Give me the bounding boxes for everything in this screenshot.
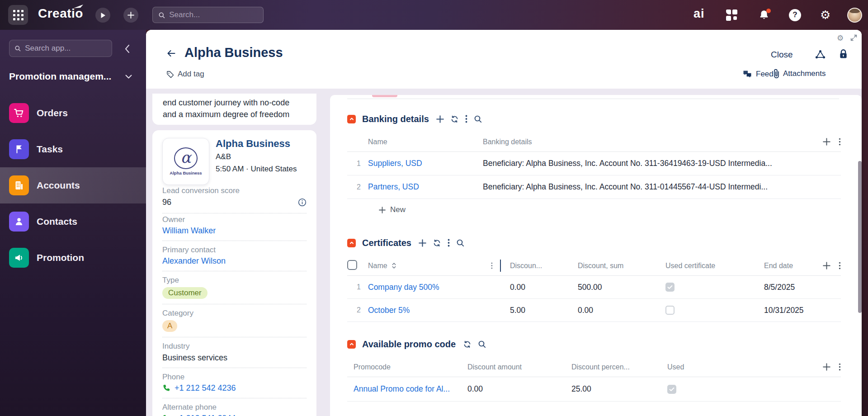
table-row[interactable]: 1 Suppliers, USD Beneficiary: Alpha Busi… <box>347 152 841 175</box>
close-button[interactable]: Close <box>771 50 793 60</box>
kebab-menu-icon[interactable] <box>839 262 841 269</box>
record-link[interactable]: Annual Promo code for Al... <box>354 384 450 393</box>
creatio-arrow-icon <box>73 4 85 10</box>
phone-icon[interactable] <box>162 384 170 392</box>
plus-icon <box>127 12 134 19</box>
kebab-menu-icon[interactable] <box>491 262 493 269</box>
user-menu-button[interactable] <box>847 0 862 30</box>
workspace-selector[interactable]: Promotion managem... <box>9 71 132 82</box>
column-header[interactable]: Discount amount <box>458 363 562 371</box>
global-search-input[interactable] <box>169 10 258 19</box>
type-field: Type Customer <box>162 271 307 304</box>
vertical-scrollbar[interactable] <box>858 161 862 313</box>
record-body: end customer journey with no-code and a … <box>146 89 862 416</box>
column-header[interactable]: Used <box>658 363 749 371</box>
column-header[interactable]: Name <box>363 138 474 146</box>
sidebar-item-promotion[interactable]: Promotion <box>0 240 146 276</box>
kebab-menu-icon[interactable] <box>465 115 467 123</box>
used-certificate-checkbox[interactable] <box>665 306 675 315</box>
ai-logo[interactable]: ai <box>693 7 705 21</box>
collapse-section-button[interactable] <box>347 115 356 123</box>
phone-link[interactable]: +1 212 542 4236 <box>175 383 236 393</box>
primary-contact-link[interactable]: Alexander Wilson <box>162 256 226 266</box>
avatar <box>847 8 862 23</box>
flag-icon <box>9 139 29 159</box>
add-new-button[interactable] <box>123 8 138 23</box>
column-header[interactable]: Discount, sum <box>569 262 652 270</box>
add-tag-button[interactable]: Add tag <box>166 70 204 79</box>
kebab-menu-icon[interactable] <box>839 363 841 371</box>
table-row[interactable]: 2 October 5% 5.00 0.00 10/31/2025 <box>347 299 841 322</box>
column-header[interactable]: Discoun... <box>501 262 569 270</box>
table-row[interactable]: Annual Promo code for Al... 0.00 25.00 <box>347 377 841 402</box>
sidebar-item-accounts[interactable]: Accounts <box>0 167 146 203</box>
table-row[interactable]: 2 Partners, USD Beneficiary: Alpha Busin… <box>347 175 841 199</box>
sidebar-collapse-button[interactable] <box>121 43 133 55</box>
notifications-button[interactable] <box>759 0 769 30</box>
kebab-menu-icon[interactable] <box>839 138 841 146</box>
discount-sum-cell: 0.00 <box>569 306 652 315</box>
owner-link[interactable]: William Walker <box>162 226 216 236</box>
collapse-section-button[interactable] <box>347 239 356 247</box>
search-icon[interactable] <box>474 115 482 123</box>
select-all-checkbox[interactable] <box>347 260 357 270</box>
add-record-button[interactable] <box>436 115 444 123</box>
column-header[interactable]: Banking details <box>474 138 809 146</box>
table-row[interactable]: 1 Company day 500% 0.00 500.00 8/5/2025 <box>347 276 841 299</box>
creatio-logo[interactable]: Creatio <box>38 6 83 21</box>
banking-details-cell: Beneficiary: Alpha Business, Inc. Accoun… <box>474 159 809 168</box>
feed-button[interactable]: Feed <box>743 70 774 79</box>
page-settings-gear-icon[interactable]: ⚙ <box>837 33 844 43</box>
run-process-button[interactable] <box>95 8 110 23</box>
help-button[interactable]: ? <box>789 0 801 30</box>
global-search[interactable] <box>152 7 264 23</box>
feed-icon <box>743 70 752 78</box>
section-title: Certificates <box>362 238 411 248</box>
copilot-button[interactable] <box>726 0 737 30</box>
info-icon[interactable] <box>298 198 307 207</box>
record-link[interactable]: October 5% <box>368 306 410 315</box>
sidebar-item-orders[interactable]: Orders <box>0 95 146 131</box>
record-link[interactable]: Company day 500% <box>368 283 439 292</box>
used-certificate-checkbox[interactable] <box>665 283 675 292</box>
attachments-button[interactable]: Attachments <box>774 69 826 79</box>
add-column-icon[interactable] <box>823 262 830 269</box>
record-link[interactable]: Partners, USD <box>368 182 419 191</box>
search-icon[interactable] <box>478 340 486 348</box>
column-header[interactable]: Discount percen... <box>562 363 658 371</box>
kebab-menu-icon[interactable] <box>448 239 450 247</box>
add-column-icon[interactable] <box>823 363 830 371</box>
account-logo[interactable]: α Alpha Business <box>162 138 209 185</box>
column-header[interactable]: End date <box>742 262 819 270</box>
alt-phone-link[interactable]: +1 212 541 2944 <box>175 414 236 416</box>
add-record-button[interactable] <box>419 239 426 247</box>
used-checkbox[interactable] <box>667 385 676 394</box>
search-icon[interactable] <box>456 239 464 247</box>
add-column-icon[interactable] <box>823 138 830 146</box>
refresh-icon[interactable] <box>433 239 441 247</box>
back-button[interactable] <box>166 48 177 61</box>
chevron-up-icon <box>349 240 354 246</box>
column-header[interactable]: Name <box>368 262 387 270</box>
sidebar-search-input[interactable] <box>25 44 107 53</box>
collapse-section-button[interactable] <box>347 340 356 349</box>
sidebar-item-tasks[interactable]: Tasks <box>0 131 146 167</box>
promo-section-header: Available promo code <box>347 338 841 350</box>
chevron-up-icon <box>349 116 354 122</box>
record-link[interactable]: Suppliers, USD <box>368 159 422 168</box>
refresh-icon[interactable] <box>450 115 459 123</box>
expand-icon[interactable] <box>850 34 857 43</box>
process-icon[interactable] <box>815 50 826 61</box>
refresh-icon[interactable] <box>463 340 472 349</box>
industry-value: Business services <box>162 353 307 363</box>
sort-icon[interactable] <box>392 262 396 269</box>
add-new-row-button[interactable]: New <box>347 199 841 221</box>
lock-icon[interactable] <box>839 49 848 61</box>
sidebar-search[interactable] <box>9 40 112 57</box>
column-header[interactable]: Used certificate <box>652 262 742 270</box>
sidebar-item-contacts[interactable]: Contacts <box>0 203 146 240</box>
settings-button[interactable]: ⚙ <box>820 0 830 30</box>
feed-label: Feed <box>756 70 774 79</box>
column-header[interactable]: Promocode <box>347 363 458 371</box>
app-launcher-button[interactable] <box>8 5 28 25</box>
